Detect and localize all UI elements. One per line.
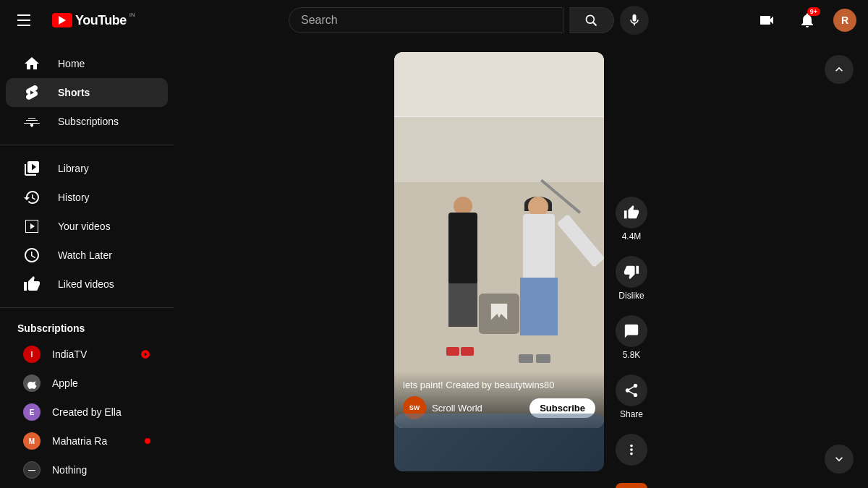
short-channel-name: Scroll World xyxy=(432,403,482,414)
youtube-logo-text: YouTube xyxy=(75,13,127,28)
more-button[interactable] xyxy=(616,434,647,466)
shorts-icon xyxy=(23,84,41,101)
indiatv-avatar: I xyxy=(23,346,41,363)
right-shoe-r xyxy=(536,354,550,363)
sidebar-sub-item-nothing[interactable]: — Nothing xyxy=(6,455,168,484)
short-wrapper: lets paint! Created by beautytwins80 SW … xyxy=(394,52,604,428)
ella-avatar: E xyxy=(23,403,41,421)
right-body xyxy=(523,214,555,279)
share-icon-circle xyxy=(616,374,647,406)
notifications-button[interactable]: 9+ xyxy=(793,6,822,35)
scroll-world-button[interactable]: SCROLLWORLD xyxy=(616,483,647,488)
sidebar-item-home-label: Home xyxy=(58,58,85,69)
sidebar-item-library[interactable]: Library xyxy=(6,154,168,183)
right-pants xyxy=(520,278,558,335)
hamburger-button[interactable] xyxy=(12,6,41,35)
left-body xyxy=(448,213,477,285)
topbar-left: YouTube IN xyxy=(12,6,185,35)
search-input[interactable] xyxy=(289,14,563,27)
comment-icon xyxy=(624,323,639,339)
search-button[interactable] xyxy=(569,7,614,33)
sidebar-sub-item-mahatria[interactable]: M Mahatria Ra xyxy=(6,427,168,455)
shorts-viewer: lets paint! Created by beautytwins80 SW … xyxy=(174,40,868,488)
sidebar-item-shorts[interactable]: Shorts xyxy=(6,78,168,107)
mic-button[interactable] xyxy=(620,6,649,35)
sidebar-sub-item-dt-nidhi[interactable]: D DT. Nidhi Nigam xyxy=(6,484,168,488)
nothing-avatar: — xyxy=(23,461,41,479)
short-preview-next xyxy=(394,414,604,471)
sidebar-item-your-videos[interactable]: Your videos xyxy=(6,212,168,241)
short-container: lets paint! Created by beautytwins80 SW … xyxy=(394,52,604,428)
notification-badge: 9+ xyxy=(807,7,820,16)
watch-later-icon xyxy=(23,247,41,264)
left-shoe-r xyxy=(461,347,474,356)
figure-right xyxy=(510,197,568,363)
sidebar-item-shorts-label: Shorts xyxy=(58,87,90,98)
upload-button[interactable] xyxy=(752,6,781,35)
sidebar-sub-item-apple[interactable]: Apple xyxy=(6,369,168,398)
more-icon xyxy=(624,442,639,458)
down-arrow-icon xyxy=(825,445,854,474)
left-shoe-l xyxy=(446,347,459,356)
apple-avatar xyxy=(23,374,41,392)
comment-count: 5.8K xyxy=(623,350,641,360)
like-button[interactable]: 4.4M xyxy=(616,197,647,241)
history-icon xyxy=(23,189,41,206)
home-icon xyxy=(23,55,41,72)
sidebar: Home Shorts Subscriptions Library xyxy=(0,40,174,488)
mahatria-label: Mahatria Ra xyxy=(52,435,107,447)
your-videos-icon xyxy=(23,218,41,235)
sidebar-item-liked-videos-label: Liked videos xyxy=(58,278,114,290)
sidebar-item-subscriptions[interactable]: Subscriptions xyxy=(6,107,168,136)
short-description: lets paint! Created by beautytwins80 xyxy=(403,380,595,390)
subscriptions-icon xyxy=(23,113,41,130)
divider-1 xyxy=(0,145,174,145)
indiatv-live xyxy=(140,349,150,359)
dislike-button[interactable]: Dislike xyxy=(616,256,647,301)
short-actions: 4.4M Dislike 5.8K xyxy=(616,52,647,488)
dislike-icon-circle xyxy=(616,256,647,288)
sidebar-item-home[interactable]: Home xyxy=(6,49,168,78)
sidebar-sub-item-created-by-ella[interactable]: E Created by Ella xyxy=(6,398,168,427)
divider-2 xyxy=(0,307,174,308)
thumbs-down-icon xyxy=(624,264,639,280)
sidebar-item-watch-later-label: Watch Later xyxy=(58,249,112,261)
plastic-sheet xyxy=(394,52,604,117)
like-icon-circle xyxy=(616,197,647,228)
sidebar-item-history[interactable]: History xyxy=(6,183,168,212)
mic-icon xyxy=(627,13,642,27)
sidebar-item-your-videos-label: Your videos xyxy=(58,221,111,232)
subscriptions-title: Subscriptions xyxy=(0,317,174,340)
thumbs-up-icon xyxy=(624,205,639,221)
search-icon xyxy=(584,13,599,27)
next-short-bg xyxy=(394,414,604,471)
share-icon xyxy=(624,382,639,398)
mahatria-avatar: M xyxy=(23,432,41,450)
comment-icon-circle xyxy=(616,315,647,347)
scroll-up-button[interactable] xyxy=(825,55,854,84)
sidebar-item-history-label: History xyxy=(58,192,90,203)
topbar-center xyxy=(197,6,741,35)
share-button[interactable]: Share xyxy=(616,374,647,419)
share-label: Share xyxy=(620,409,643,419)
hamburger-icon xyxy=(17,12,35,29)
library-icon xyxy=(23,160,41,177)
youtube-logo[interactable]: YouTube IN xyxy=(52,13,135,28)
sidebar-item-library-label: Library xyxy=(58,163,89,174)
app-body: Home Shorts Subscriptions Library xyxy=(0,40,868,488)
youtube-logo-icon xyxy=(52,13,72,27)
right-shoe-l xyxy=(519,354,533,363)
topbar: YouTube IN 9+ R xyxy=(0,0,868,40)
sidebar-item-liked-videos[interactable]: Liked videos xyxy=(6,270,168,299)
topbar-right: 9+ R xyxy=(752,6,856,35)
comment-button[interactable]: 5.8K xyxy=(616,315,647,360)
youtube-logo-badge: IN xyxy=(129,12,135,18)
main-content: lets paint! Created by beautytwins80 SW … xyxy=(174,40,868,488)
sidebar-sub-item-indiatv[interactable]: I IndiaTV xyxy=(6,340,168,369)
scroll-down-button[interactable] xyxy=(825,445,854,474)
avatar[interactable]: R xyxy=(833,9,856,32)
left-pants xyxy=(448,283,477,327)
nothing-label: Nothing xyxy=(52,464,87,476)
sidebar-item-subscriptions-label: Subscriptions xyxy=(58,116,119,127)
sidebar-item-watch-later[interactable]: Watch Later xyxy=(6,241,168,270)
